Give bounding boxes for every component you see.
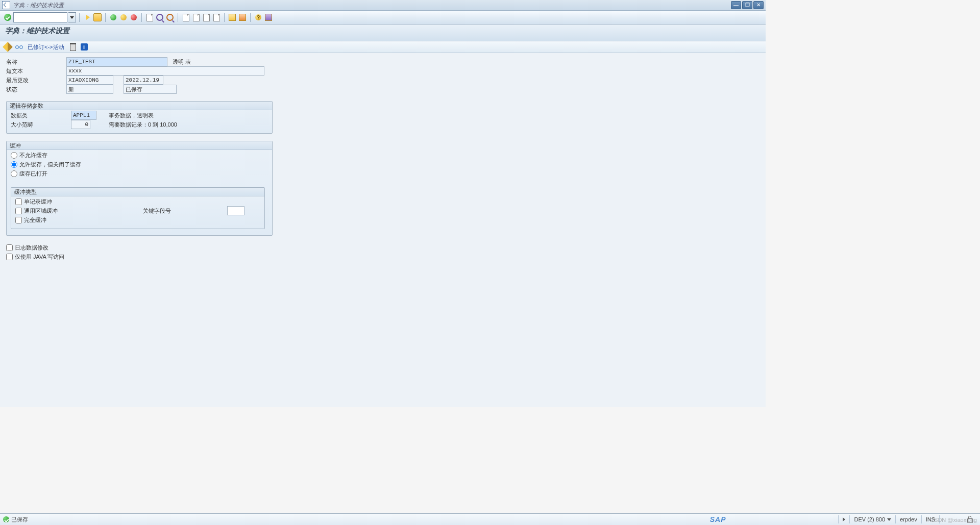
group-logical-title: 逻辑存储参数: [7, 102, 272, 110]
radio-label-2: 允许缓存，但关闭了缓存: [19, 161, 81, 168]
label-last-change: 最后更改: [6, 77, 66, 84]
field-last-change-user: XIAOXIONG: [66, 76, 113, 85]
label-name-side: 透明 表: [173, 58, 191, 66]
revised-active-link[interactable]: 已修订<->活动: [26, 42, 66, 52]
label-key-fields: 关键字段号: [143, 207, 171, 215]
field-short-text[interactable]: xxxx: [66, 66, 264, 76]
back-button[interactable]: [83, 13, 92, 22]
label-name: 名称: [6, 58, 66, 66]
info-icon[interactable]: i: [80, 42, 89, 52]
label-size-category: 大小范畴: [11, 121, 71, 129]
check-log-label: 日志数据修改: [15, 244, 48, 252]
radio-buffer-allowed-off[interactable]: 允许缓存，但关闭了缓存: [11, 160, 268, 169]
label-dataclass: 数据类: [11, 112, 71, 119]
content-area: 名称 ZIF_TEST 透明 表 短文本 xxxx 最后更改 XIAOXIONG…: [0, 53, 766, 407]
check-log-data-changes[interactable]: 日志数据修改: [6, 243, 760, 252]
display-icon[interactable]: [14, 42, 23, 52]
field-last-change-date: 2022.12.19: [124, 76, 163, 85]
window-title: 字典：维护技术设置: [13, 2, 64, 9]
command-dropdown[interactable]: [68, 12, 76, 22]
nav-cancel-icon[interactable]: [129, 13, 138, 22]
check-java-label: 仅使用 JAVA 写访问: [15, 253, 64, 261]
window-close-button[interactable]: ✕: [753, 1, 764, 9]
check-label-3: 完全缓冲: [24, 216, 46, 224]
enter-button[interactable]: [3, 13, 12, 22]
field-name[interactable]: ZIF_TEST: [66, 57, 167, 66]
label-short-text: 短文本: [6, 67, 66, 75]
window-restore-button[interactable]: ❐: [742, 1, 752, 9]
radio-label-1: 不允许缓存: [19, 152, 47, 159]
label-status: 状态: [6, 86, 66, 93]
save-button[interactable]: [93, 13, 102, 22]
window-minimize-button[interactable]: —: [731, 1, 741, 9]
next-page-button[interactable]: [202, 13, 211, 22]
window-menu-icon[interactable]: [2, 1, 10, 9]
last-page-button[interactable]: [212, 13, 221, 22]
window-titlebar: 字典：维护技术设置 — ❐ ✕: [0, 0, 766, 11]
page-title: 字典：维护技术设置: [0, 24, 766, 41]
group-logical-storage: 逻辑存储参数 数据类 APPL1 事务数据，透明表 大小范畴 0 需要数据记录：…: [6, 101, 273, 134]
nav-exit-icon[interactable]: [119, 13, 128, 22]
check-java-only[interactable]: 仅使用 JAVA 写访问: [6, 252, 760, 261]
prev-page-button[interactable]: [191, 13, 201, 22]
main-toolbar: ?: [0, 11, 766, 24]
find-button[interactable]: [155, 13, 164, 22]
nav-back-icon[interactable]: [109, 13, 118, 22]
field-dataclass[interactable]: APPL1: [71, 111, 96, 120]
check-single-record[interactable]: 单记录缓冲: [15, 197, 260, 206]
print-button[interactable]: [145, 13, 154, 22]
label-dataclass-desc: 事务数据，透明表: [109, 112, 154, 119]
radio-buffer-on[interactable]: 缓存已打开: [11, 169, 268, 178]
first-page-button[interactable]: [181, 13, 190, 22]
group-buffer: 缓冲 不允许缓存 允许缓存，但关闭了缓存 缓存已打开 缓冲类型 单记录缓冲 通用…: [6, 141, 273, 236]
field-status-save: 已保存: [124, 85, 177, 94]
edit-icon[interactable]: [3, 42, 12, 52]
check-label-1: 单记录缓冲: [24, 198, 52, 206]
field-size-category[interactable]: 0: [71, 120, 90, 129]
radio-buffer-not-allowed[interactable]: 不允许缓存: [11, 151, 268, 160]
command-field[interactable]: [13, 12, 67, 22]
field-status: 新: [66, 85, 113, 94]
label-size-desc: 需要数据记录：0 到 10,000: [109, 121, 177, 129]
layout-menu-button[interactable]: [264, 13, 273, 22]
new-session-button[interactable]: [228, 13, 237, 22]
delete-icon[interactable]: [68, 42, 78, 52]
find-next-button[interactable]: [165, 13, 175, 22]
group-buffer-title: 缓冲: [7, 141, 272, 150]
shortcut-button[interactable]: [238, 13, 247, 22]
field-key-fields[interactable]: [227, 206, 244, 215]
group-buffer-type: 缓冲类型 单记录缓冲 通用区域缓冲 关键字段号 完全缓冲: [11, 187, 265, 229]
radio-label-3: 缓存已打开: [19, 170, 47, 178]
check-label-2: 通用区域缓冲: [24, 207, 58, 215]
group-buffer-type-title: 缓冲类型: [11, 188, 264, 196]
help-button[interactable]: ?: [254, 13, 263, 22]
app-toolbar: 已修订<->活动 i: [0, 41, 766, 53]
check-full-buffer[interactable]: 完全缓冲: [15, 215, 260, 224]
